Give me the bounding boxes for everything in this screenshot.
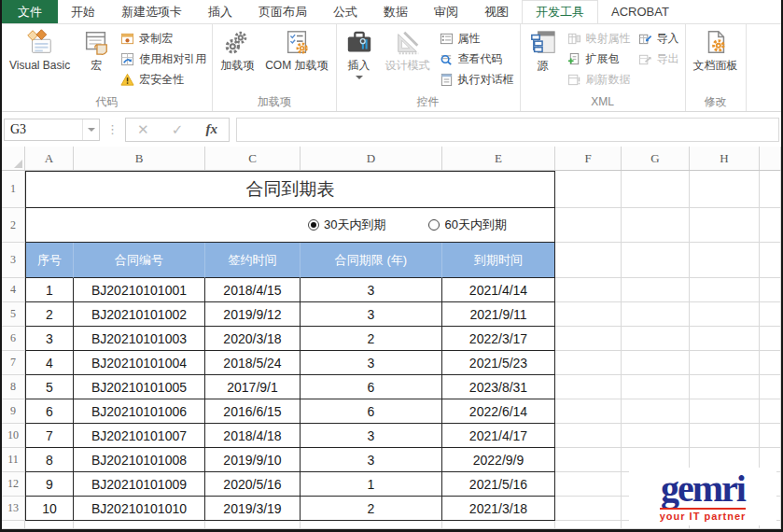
sheet-title-cell[interactable]: 合同到期表	[25, 171, 555, 208]
empty-cell-F[interactable]	[555, 351, 622, 375]
tab-开始[interactable]: 开始	[58, 0, 108, 23]
empty-cell-F[interactable]	[555, 171, 622, 208]
table-header-2[interactable]: 合同编号	[74, 243, 205, 278]
select-all-corner[interactable]	[2, 147, 25, 170]
empty-cell-F[interactable]	[555, 243, 622, 278]
empty-cell-G[interactable]	[622, 375, 690, 399]
empty-cell-partial[interactable]	[760, 278, 781, 302]
empty-cell-H[interactable]	[690, 208, 760, 243]
empty-cell-G[interactable]	[622, 278, 690, 302]
empty-cell-H[interactable]	[690, 243, 760, 278]
empty-cell-G[interactable]	[622, 424, 690, 448]
table-cell-r3c1[interactable]: 3	[25, 327, 74, 351]
record-macro-button[interactable]: 录制宏	[118, 30, 209, 48]
row-header-9[interactable]: 9	[2, 399, 25, 424]
table-cell-r6c4[interactable]: 6	[301, 399, 442, 424]
empty-cell[interactable]	[25, 521, 74, 529]
table-cell-r8c3[interactable]: 2019/9/10	[205, 448, 301, 472]
macros-button[interactable]: 宏	[77, 26, 116, 72]
table-cell-r3c2[interactable]: BJ20210101003	[74, 327, 205, 351]
com-addins-button[interactable]: COM 加载项	[260, 26, 332, 72]
table-cell-r1c2[interactable]: BJ20210101001	[74, 278, 205, 302]
empty-cell-H[interactable]	[690, 302, 760, 327]
table-cell-r4c3[interactable]: 2018/5/24	[205, 351, 301, 375]
radio-selected-icon[interactable]	[308, 219, 319, 231]
row-header-7[interactable]: 7	[2, 351, 25, 375]
radio-options-cell[interactable]: 30天内到期60天内到期	[25, 208, 555, 243]
export-button[interactable]: 导出	[636, 50, 682, 68]
row-header-14[interactable]	[2, 521, 25, 529]
table-cell-r4c1[interactable]: 4	[25, 351, 74, 375]
empty-cell-partial[interactable]	[760, 351, 781, 375]
column-header-B[interactable]: B	[74, 147, 205, 170]
empty-cell-G[interactable]	[622, 208, 690, 243]
empty-cell-F[interactable]	[555, 208, 622, 243]
table-header-4[interactable]: 合同期限 (年)	[301, 243, 442, 278]
row-header-10[interactable]: 10	[2, 424, 25, 448]
table-cell-r5c4[interactable]: 6	[301, 375, 442, 399]
tab-文件[interactable]: 文件	[2, 0, 58, 23]
properties-button[interactable]: 属性	[437, 30, 517, 48]
tab-页面布局[interactable]: 页面布局	[245, 0, 320, 23]
table-cell-r10c2[interactable]: BJ20210101010	[74, 497, 205, 521]
empty-cell-G[interactable]	[622, 243, 690, 278]
tab-ACROBAT[interactable]: ACROBAT	[598, 0, 682, 23]
empty-cell[interactable]	[205, 521, 301, 529]
empty-cell[interactable]	[301, 521, 442, 529]
table-cell-r7c3[interactable]: 2018/4/18	[205, 424, 301, 448]
empty-cell-G[interactable]	[622, 171, 690, 208]
table-cell-r9c1[interactable]: 9	[25, 472, 74, 497]
empty-cell[interactable]	[555, 521, 622, 529]
table-cell-r9c5[interactable]: 2021/5/16	[442, 472, 555, 497]
radio-30天内到期[interactable]: 30天内到期	[308, 217, 385, 233]
table-cell-r10c4[interactable]: 2	[301, 497, 442, 521]
empty-cell-F[interactable]	[555, 399, 622, 424]
table-cell-r3c4[interactable]: 2	[301, 327, 442, 351]
table-header-5[interactable]: 到期时间	[442, 243, 555, 278]
column-header-F[interactable]: F	[555, 147, 622, 170]
table-cell-r4c2[interactable]: BJ20210101004	[74, 351, 205, 375]
empty-cell-F[interactable]	[555, 472, 622, 497]
table-cell-r6c3[interactable]: 2016/6/15	[205, 399, 301, 424]
tab-视图[interactable]: 视图	[471, 0, 522, 23]
empty-cell-F[interactable]	[555, 302, 622, 327]
addins-button[interactable]: 加载项	[216, 26, 259, 72]
tab-新建选项卡[interactable]: 新建选项卡	[108, 0, 195, 23]
empty-cell-G[interactable]	[622, 351, 690, 375]
view-code-button[interactable]: 查看代码	[437, 50, 517, 68]
refresh-data-button[interactable]: 刷新数据	[565, 71, 634, 89]
insert-control-button[interactable]: 插入	[340, 26, 379, 79]
empty-cell-G[interactable]	[622, 302, 690, 327]
table-cell-r4c4[interactable]: 3	[301, 351, 442, 375]
tab-数据[interactable]: 数据	[371, 0, 421, 23]
empty-cell-F[interactable]	[555, 278, 622, 302]
empty-cell-H[interactable]	[690, 375, 760, 399]
empty-cell-H[interactable]	[690, 424, 760, 448]
table-cell-r8c5[interactable]: 2022/9/9	[442, 448, 555, 472]
table-cell-r3c5[interactable]: 2022/3/17	[442, 327, 555, 351]
empty-cell-partial[interactable]	[760, 375, 781, 399]
row-header-11[interactable]: 11	[2, 448, 25, 472]
tab-开发工具[interactable]: 开发工具	[522, 0, 598, 23]
xml-source-button[interactable]: 源	[524, 26, 563, 72]
insert-function-icon[interactable]: fx	[205, 121, 217, 137]
empty-cell-H[interactable]	[690, 351, 760, 375]
tab-公式[interactable]: 公式	[320, 0, 371, 23]
empty-cell-H[interactable]	[690, 399, 760, 424]
column-header-G[interactable]: G	[622, 147, 690, 170]
empty-cell-partial[interactable]	[760, 302, 781, 327]
table-cell-r7c5[interactable]: 2021/4/17	[442, 424, 555, 448]
empty-cell[interactable]	[74, 521, 205, 529]
table-cell-r7c2[interactable]: BJ20210101007	[74, 424, 205, 448]
table-cell-r6c5[interactable]: 2022/6/14	[442, 399, 555, 424]
empty-cell-partial[interactable]	[760, 424, 781, 448]
visual-basic-button[interactable]: Visual Basic	[5, 26, 75, 72]
insert-dropdown-arrow[interactable]	[356, 76, 363, 79]
empty-cell[interactable]	[442, 521, 555, 529]
empty-cell-partial[interactable]	[760, 399, 781, 424]
table-cell-r10c5[interactable]: 2021/3/18	[442, 497, 555, 521]
document-panel-button[interactable]: 文档面板	[689, 26, 743, 72]
table-cell-r1c3[interactable]: 2018/4/15	[205, 278, 301, 302]
table-cell-r7c1[interactable]: 7	[25, 424, 74, 448]
table-cell-r8c4[interactable]: 3	[301, 448, 442, 472]
